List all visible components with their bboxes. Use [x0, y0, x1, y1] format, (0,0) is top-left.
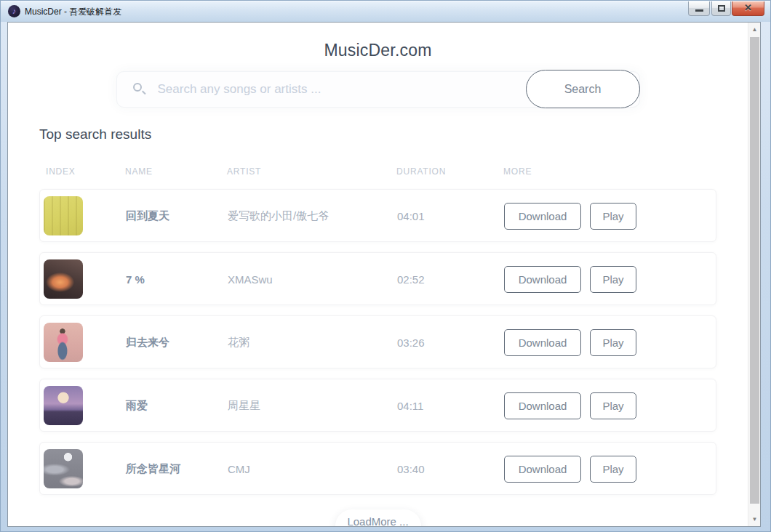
scrollbar-up-icon[interactable]: ▲: [748, 23, 761, 36]
column-header-name: NAME: [125, 166, 153, 177]
song-name: 7 %: [126, 273, 145, 285]
load-more-button[interactable]: LoadMore ...: [335, 509, 421, 527]
maximize-button[interactable]: [711, 1, 731, 16]
minimize-icon: [695, 9, 703, 12]
play-button[interactable]: Play: [590, 329, 636, 356]
song-duration: 04:11: [397, 399, 423, 411]
titlebar[interactable]: ♪ MusicDer - 吾爱破解首发 ✕: [1, 1, 770, 22]
song-duration: 03:26: [397, 336, 425, 348]
table-row: 7 % XMASwu 02:52 Download Play: [39, 252, 716, 305]
scrollbar[interactable]: ▲ ▼: [748, 23, 760, 526]
play-button[interactable]: Play: [590, 392, 636, 419]
song-artist: XMASwu: [228, 273, 273, 285]
results-rows: 回到夏天 爱写歌的小田/傲七爷 04:01 Download Play 7 % …: [39, 189, 716, 495]
search-bar: Search: [116, 71, 640, 108]
album-art-purple-moon-city-cover: [44, 386, 83, 425]
song-name: 归去来兮: [126, 335, 169, 349]
app-icon: ♪: [8, 5, 20, 17]
play-button[interactable]: Play: [590, 266, 636, 293]
song-name: 雨爱: [126, 398, 148, 412]
minimize-button[interactable]: [688, 1, 710, 16]
song-artist: 爱写歌的小田/傲七爷: [228, 209, 329, 222]
album-art-sunset-car-mirror-cover: [44, 259, 83, 299]
play-button[interactable]: Play: [590, 456, 636, 483]
song-name: 所念皆星河: [126, 462, 180, 475]
song-artist: CMJ: [228, 462, 250, 475]
close-button[interactable]: ✕: [732, 1, 764, 16]
download-button[interactable]: Download: [504, 203, 581, 230]
table-header: INDEX NAME ARTIST DURATION MORE: [39, 166, 716, 176]
download-button[interactable]: Download: [504, 456, 581, 483]
column-header-duration: DURATION: [396, 166, 446, 177]
window-title: MusicDer - 吾爱破解首发: [25, 1, 121, 22]
table-row: 回到夏天 爱写歌的小田/傲七爷 04:01 Download Play: [39, 189, 716, 242]
app-window: ♪ MusicDer - 吾爱破解首发 ✕ MusicDer.com Searc…: [0, 0, 771, 532]
maximize-icon: [718, 5, 725, 12]
section-title: Top search results: [39, 126, 716, 142]
song-duration: 04:01: [397, 209, 425, 222]
browser-content: MusicDer.com Search Top search results I…: [7, 22, 761, 527]
song-artist: 周星星: [228, 398, 260, 412]
song-duration: 03:40: [397, 462, 425, 475]
search-button[interactable]: Search: [526, 70, 640, 108]
loadmore-wrap: LoadMore ...: [39, 509, 716, 527]
search-icon: [133, 83, 142, 92]
album-art-yellow-calligraphy-cover: [44, 196, 83, 235]
results-section: Top search results INDEX NAME ARTIST DUR…: [39, 126, 716, 527]
song-name: 回到夏天: [126, 209, 169, 222]
song-artist: 花粥: [228, 335, 249, 349]
column-header-artist: ARTIST: [227, 166, 261, 177]
album-art-pink-wall-figure-cover: [44, 323, 83, 362]
site-title: MusicDer.com: [8, 41, 748, 60]
scrollbar-thumb[interactable]: [750, 37, 759, 504]
song-duration: 02:52: [397, 273, 425, 285]
download-button[interactable]: Download: [504, 329, 581, 356]
column-header-index: INDEX: [46, 166, 76, 177]
table-row: 雨爱 周星星 04:11 Download Play: [39, 379, 716, 432]
table-row: 归去来兮 花粥 03:26 Download Play: [39, 315, 716, 368]
page: MusicDer.com Search Top search results I…: [8, 23, 748, 526]
download-button[interactable]: Download: [504, 392, 581, 419]
column-header-more: MORE: [503, 166, 532, 177]
album-art-grey-clouds-moon-cover: [44, 449, 83, 488]
download-button[interactable]: Download: [504, 266, 581, 293]
table-row: 所念皆星河 CMJ 03:40 Download Play: [39, 442, 716, 495]
scrollbar-down-icon[interactable]: ▼: [748, 513, 761, 525]
play-button[interactable]: Play: [590, 203, 636, 230]
